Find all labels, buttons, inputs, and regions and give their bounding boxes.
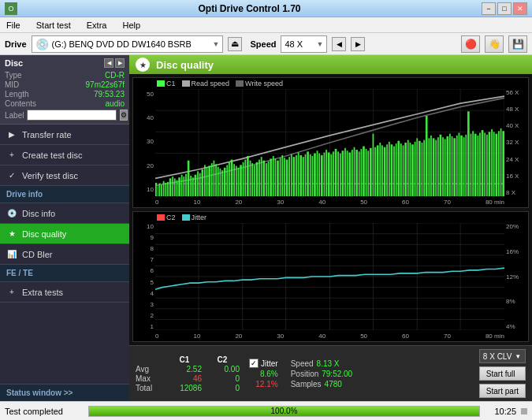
svg-rect-56 — [247, 156, 249, 196]
disc-label-label: Label — [5, 111, 24, 120]
sidebar-item-disc-info[interactable]: 💿 Disc info — [0, 203, 129, 224]
legend-jitter-text: Jitter — [192, 214, 207, 221]
svg-rect-140 — [442, 137, 444, 196]
progress-text: 100.0% — [89, 407, 479, 416]
svg-rect-43 — [218, 167, 219, 196]
chart1-svg — [155, 89, 504, 196]
drive-eject-button[interactable]: ⏏ — [228, 37, 242, 51]
svg-rect-86 — [317, 151, 318, 196]
status-window-sidebar[interactable]: Status window >> — [0, 384, 129, 401]
svg-rect-164 — [498, 131, 500, 196]
speed-dropdown-btn[interactable]: 8 X CLV ▼ — [479, 349, 526, 363]
position-row: Position 79:52.00 — [291, 370, 353, 378]
svg-rect-54 — [243, 162, 244, 196]
svg-rect-58 — [251, 163, 253, 196]
sidebar-section-fe-te[interactable]: FE / TE — [0, 265, 129, 282]
disc-quality-title: Disc quality — [156, 59, 214, 71]
sidebar-item-create-test-disc[interactable]: + Create test disc — [0, 145, 129, 165]
disc-arrow-right[interactable]: ▶ — [115, 58, 125, 68]
svg-rect-143 — [449, 134, 451, 196]
resize-handle[interactable] — [521, 408, 527, 414]
sidebar-item-extra-tests[interactable]: + Extra tests — [0, 282, 129, 303]
legend-read-speed-text: Read speed — [192, 80, 230, 87]
svg-rect-21 — [167, 182, 169, 196]
svg-rect-145 — [453, 138, 456, 196]
svg-rect-59 — [254, 165, 255, 196]
samples-val: 4780 — [325, 380, 342, 388]
sidebar-item-verify-test-disc[interactable]: ✓ Verify test disc — [0, 165, 129, 186]
svg-rect-142 — [446, 136, 448, 196]
legend-c1-color — [157, 80, 165, 87]
speed-right-button[interactable]: ▶ — [351, 37, 365, 51]
x2-10: 10 — [193, 333, 200, 340]
legend-c2-color — [157, 214, 165, 221]
stats-bar: C1 C2 Avg 2.52 0.00 Max 46 0 Total 12086… — [129, 345, 532, 401]
fe-te-label: FE / TE — [6, 269, 33, 277]
disc-type-row: Type CD-R — [5, 71, 125, 80]
disc-contents-value: audio — [106, 99, 125, 108]
y2-label-9: 9 — [133, 234, 155, 241]
status-window-sidebar-label: Status window >> — [6, 388, 73, 397]
svg-rect-34 — [197, 171, 199, 196]
menu-extra[interactable]: Extra — [84, 19, 110, 32]
menu-start-test[interactable]: Start test — [33, 19, 74, 32]
svg-rect-65 — [268, 162, 270, 196]
svg-rect-99 — [347, 151, 348, 196]
sidebar-section-drive-info[interactable]: Drive info — [0, 186, 129, 203]
y2-label-7: 7 — [133, 256, 155, 263]
minimize-button[interactable]: − — [482, 2, 496, 15]
start-part-button[interactable]: Start part — [479, 384, 526, 398]
disc-label-input[interactable] — [27, 110, 117, 121]
toolbar-btn-1[interactable]: 🔴 — [461, 35, 480, 53]
speed-dropdown-arrow[interactable]: ▼ — [316, 40, 323, 48]
speed-left-button[interactable]: ◀ — [332, 37, 346, 51]
drive-dropdown-arrow[interactable]: ▼ — [213, 40, 220, 48]
sidebar-item-extra-tests-label: Extra tests — [22, 288, 63, 297]
svg-rect-138 — [437, 137, 439, 196]
toolbar-btn-save[interactable]: 💾 — [508, 35, 527, 53]
svg-rect-104 — [359, 151, 360, 196]
close-button[interactable]: ✕ — [513, 2, 527, 15]
chart1-y-axis: 50 40 30 20 10 1 — [133, 89, 155, 218]
svg-rect-159 — [486, 135, 488, 196]
svg-rect-74 — [288, 157, 290, 196]
speed-selector-container: 48 X ▼ — [281, 35, 327, 53]
svg-rect-133 — [426, 116, 428, 196]
disc-length-label: Length — [5, 90, 29, 98]
x1-70: 70 — [444, 199, 451, 206]
sidebar-item-transfer-rate[interactable]: ▶ Transfer rate — [0, 125, 129, 145]
disc-arrows: ◀ ▶ — [104, 58, 125, 68]
toolbar-btn-2[interactable]: 👋 — [485, 35, 504, 53]
drive-info-label: Drive info — [6, 190, 43, 199]
stat-c1-total: 12086 — [167, 384, 202, 392]
menu-file[interactable]: File — [3, 19, 24, 32]
svg-rect-163 — [495, 134, 497, 196]
disc-contents-row: Contents audio — [5, 99, 125, 108]
legend-jitter-color — [182, 214, 190, 221]
disc-type-label: Type — [5, 71, 22, 80]
sidebar-item-transfer-rate-label: Transfer rate — [22, 130, 72, 139]
sidebar-item-create-test-disc-label: Create test disc — [22, 151, 82, 160]
svg-rect-68 — [275, 158, 277, 196]
drive-bar: Drive 💿 (G:) BENQ DVD DD DW1640 BSRB ▼ ⏏… — [0, 33, 532, 55]
label-gear-button[interactable]: ⚙ — [120, 110, 128, 121]
svg-rect-83 — [310, 154, 311, 196]
svg-rect-150 — [465, 135, 467, 196]
chart2-y-axis: 10 9 8 7 6 5 4 3 2 1 — [133, 223, 155, 330]
menu-bar: File Start test Extra Help — [0, 17, 532, 33]
maximize-button[interactable]: □ — [497, 2, 512, 15]
svg-rect-76 — [293, 157, 296, 196]
menu-help[interactable]: Help — [119, 19, 143, 32]
jitter-checkbox[interactable]: ✓ — [249, 359, 259, 368]
start-full-button[interactable]: Start full — [479, 366, 526, 381]
jitter-max-row: 12.1% — [249, 380, 278, 388]
sidebar-item-disc-quality[interactable]: ★ Disc quality — [0, 224, 129, 244]
svg-rect-162 — [493, 132, 495, 196]
disc-arrow-left[interactable]: ◀ — [104, 58, 113, 68]
sidebar-item-cd-bler[interactable]: 📊 CD Bler — [0, 244, 129, 265]
y1r-label-56: 56 X — [504, 89, 528, 96]
svg-rect-48 — [229, 162, 230, 196]
x2-60: 60 — [402, 333, 409, 340]
disc-quality-icon: ★ — [6, 229, 17, 240]
svg-rect-112 — [377, 145, 379, 196]
